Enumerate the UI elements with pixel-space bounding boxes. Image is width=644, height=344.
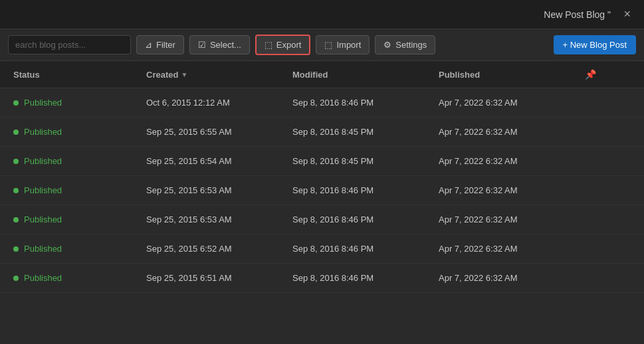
status-cell: Published (8, 176, 141, 205)
table-row[interactable]: Published Sep 25, 2015 6:53 AM Sep 8, 20… (0, 205, 644, 234)
modified-cell: Sep 8, 2016 8:45 PM (287, 147, 433, 175)
search-input[interactable] (8, 35, 131, 54)
settings-label: Settings (395, 40, 427, 50)
table-row[interactable]: Published Sep 25, 2015 6:54 AM Sep 8, 20… (0, 147, 644, 176)
import-icon: ⬚ (324, 40, 332, 50)
published-cell: Apr 7, 2022 6:32 AM (433, 234, 580, 263)
status-cell: Published (8, 205, 141, 234)
pin-cell (580, 176, 613, 205)
status-cell: Published (8, 118, 141, 146)
column-header-published[interactable]: Published (433, 61, 580, 88)
pin-cell (580, 118, 613, 146)
modified-cell: Sep 8, 2016 8:46 PM (287, 264, 433, 292)
window-title: New Post Blog " (544, 9, 611, 20)
status-label: Published (24, 185, 62, 195)
created-cell: Sep 25, 2015 6:55 AM (141, 118, 287, 146)
status-cell: Published (8, 264, 141, 292)
status-label: Published (24, 244, 62, 254)
close-button[interactable]: × (618, 5, 636, 24)
table-row[interactable]: Published Sep 25, 2015 6:51 AM Sep 8, 20… (0, 264, 644, 293)
new-blog-post-button[interactable]: + New Blog Post (554, 35, 636, 54)
export-icon: ⬚ (265, 40, 272, 50)
status-dot (13, 100, 19, 106)
settings-button[interactable]: ⚙ Settings (375, 35, 435, 54)
status-label: Published (24, 127, 62, 137)
modified-cell: Sep 8, 2016 8:45 PM (287, 118, 433, 146)
table-row[interactable]: Published Oct 6, 2015 12:12 AM Sep 8, 20… (0, 88, 644, 118)
created-cell: Sep 25, 2015 6:53 AM (141, 176, 287, 205)
status-cell: Published (8, 147, 141, 175)
pin-cell (580, 205, 613, 234)
column-header-pin: 📌 (580, 61, 613, 88)
status-cell: Published (8, 234, 141, 263)
created-cell: Sep 25, 2015 6:52 AM (141, 234, 287, 263)
published-cell: Apr 7, 2022 6:32 AM (433, 264, 580, 292)
column-header-modified[interactable]: Modified (287, 61, 433, 88)
table-header: Status Created ▼ Modified Published 📌 (0, 61, 644, 88)
modified-cell: Sep 8, 2016 8:46 PM (287, 205, 433, 234)
export-label: Export (276, 40, 302, 50)
filter-icon: ⊿ (145, 40, 152, 50)
import-label: Import (336, 40, 361, 50)
status-dot (13, 159, 19, 164)
column-header-created[interactable]: Created ▼ (141, 61, 287, 88)
status-label: Published (24, 98, 62, 108)
status-label: Published (24, 273, 62, 283)
select-label: Select... (210, 40, 241, 50)
select-button[interactable]: ☑ Select... (189, 35, 250, 54)
column-header-status: Status (8, 61, 141, 88)
status-cell: Published (8, 88, 141, 117)
status-dot (13, 129, 19, 135)
published-cell: Apr 7, 2022 6:32 AM (433, 205, 580, 234)
status-dot (13, 276, 19, 281)
title-bar: New Post Blog " × (0, 0, 644, 29)
published-cell: Apr 7, 2022 6:32 AM (433, 176, 580, 205)
status-dot (13, 246, 19, 252)
sort-icon: ▼ (181, 71, 187, 78)
table-row[interactable]: Published Sep 25, 2015 6:55 AM Sep 8, 20… (0, 118, 644, 147)
created-cell: Sep 25, 2015 6:54 AM (141, 147, 287, 175)
status-label: Published (24, 156, 62, 166)
new-post-label: + New Blog Post (563, 40, 627, 50)
select-icon: ☑ (198, 40, 206, 50)
pin-cell (580, 264, 613, 292)
table-row[interactable]: Published Sep 25, 2015 6:53 AM Sep 8, 20… (0, 176, 644, 205)
pin-cell (580, 88, 613, 117)
published-cell: Apr 7, 2022 6:32 AM (433, 147, 580, 175)
created-cell: Oct 6, 2015 12:12 AM (141, 88, 287, 117)
settings-icon: ⚙ (383, 40, 391, 50)
import-button[interactable]: ⬚ Import (316, 35, 370, 54)
modified-cell: Sep 8, 2016 8:46 PM (287, 176, 433, 205)
export-button[interactable]: ⬚ Export (255, 35, 311, 55)
toolbar: ⊿ Filter ☑ Select... ⬚ Export ⬚ Import ⚙… (0, 29, 644, 61)
status-dot (13, 188, 19, 193)
filter-label: Filter (156, 40, 175, 50)
pin-cell (580, 234, 613, 263)
table-row[interactable]: Published Sep 25, 2015 6:52 AM Sep 8, 20… (0, 234, 644, 264)
modified-cell: Sep 8, 2016 8:46 PM (287, 88, 433, 117)
published-cell: Apr 7, 2022 6:32 AM (433, 118, 580, 146)
filter-button[interactable]: ⊿ Filter (136, 35, 184, 54)
published-cell: Apr 7, 2022 6:32 AM (433, 88, 580, 117)
modified-cell: Sep 8, 2016 8:46 PM (287, 234, 433, 263)
pin-icon: 📌 (585, 69, 596, 80)
status-dot (13, 217, 19, 222)
created-cell: Sep 25, 2015 6:53 AM (141, 205, 287, 234)
table-body: Published Oct 6, 2015 12:12 AM Sep 8, 20… (0, 88, 644, 293)
status-label: Published (24, 215, 62, 224)
pin-cell (580, 147, 613, 175)
created-cell: Sep 25, 2015 6:51 AM (141, 264, 287, 292)
